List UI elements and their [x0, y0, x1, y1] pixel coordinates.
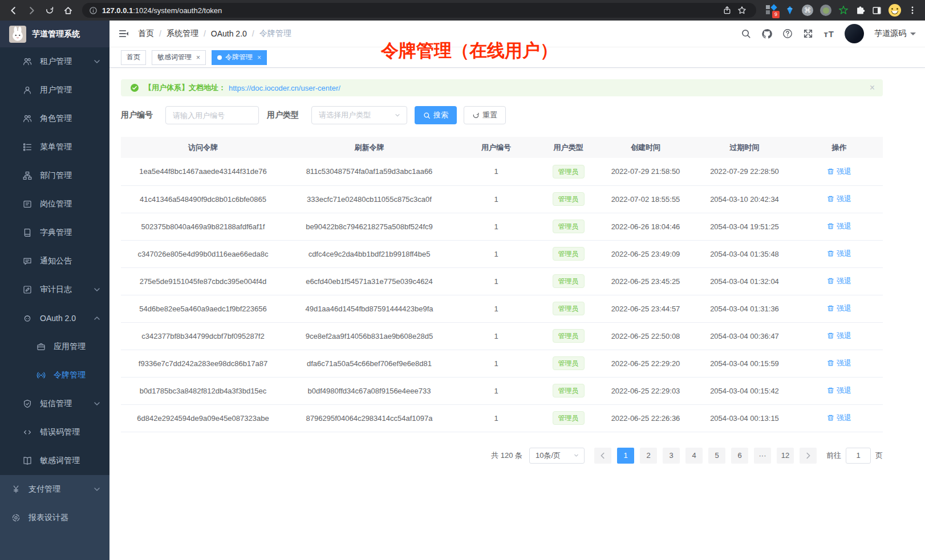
sidebar-item-oauth[interactable]: OAuth 2.0 — [0, 304, 109, 332]
sidebar-item-audit[interactable]: 审计日志 — [0, 275, 109, 304]
browser-back-icon[interactable] — [6, 3, 21, 18]
sidebar-item-menu[interactable]: 菜单管理 — [0, 133, 109, 161]
sidebar-item-sms[interactable]: 短信管理 — [0, 389, 109, 418]
extension-record-icon[interactable] — [820, 5, 831, 16]
sidebar-item-pay[interactable]: 支付管理 — [0, 475, 109, 504]
pager-page-button-12[interactable]: 12 — [777, 448, 794, 464]
fullscreen-icon[interactable] — [803, 29, 813, 39]
pager-page-button-2[interactable]: 2 — [640, 448, 657, 464]
table-row: 41c41346a548490f9dc8b01c6bfe0865333ecfc7… — [121, 185, 883, 213]
extension-badge: 9 — [772, 11, 780, 18]
sidebar-item-oauth-app[interactable]: 应用管理 — [0, 332, 109, 361]
browser-sidepanel-icon[interactable] — [872, 6, 882, 15]
sidebar-collapse-icon[interactable] — [119, 29, 129, 39]
force-logout-button[interactable]: 强退 — [827, 194, 851, 204]
pager-more-button[interactable]: ··· — [754, 448, 771, 464]
user-id-label: 用户编号 — [121, 110, 153, 120]
force-logout-button[interactable]: 强退 — [827, 167, 851, 177]
pager-page-button-5[interactable]: 5 — [708, 448, 725, 464]
page-size-select[interactable]: 10条/页 — [529, 448, 585, 464]
app-logo[interactable]: 芋道管理系统 — [0, 21, 109, 47]
user-type-cell: 管理员 — [539, 404, 598, 432]
reset-button[interactable]: 重置 — [464, 106, 506, 124]
sensitive-icon — [23, 456, 32, 465]
sidebar-item-report[interactable]: 报表设计器 — [0, 504, 109, 532]
browser-toolbar: 127.0.0.1:1024/system/oauth2/token 9 ⌘ — [0, 0, 925, 21]
pager-page-button-3[interactable]: 3 — [663, 448, 680, 464]
force-logout-label: 强退 — [837, 276, 851, 286]
sidebar-item-post[interactable]: 岗位管理 — [0, 190, 109, 218]
search-button[interactable]: 搜索 — [415, 106, 457, 124]
info-icon[interactable] — [89, 6, 98, 15]
search-icon[interactable] — [741, 29, 751, 39]
force-logout-button[interactable]: 强退 — [827, 413, 851, 423]
browser-home-icon[interactable] — [60, 3, 75, 18]
force-logout-label: 强退 — [837, 167, 851, 177]
force-logout-button[interactable]: 强退 — [827, 358, 851, 368]
created-time-cell: 2022-06-25 22:26:36 — [598, 404, 693, 432]
tab-close-icon[interactable]: × — [196, 54, 200, 62]
pager-page-button-6[interactable]: 6 — [731, 448, 748, 464]
trash-icon — [827, 387, 834, 394]
user-id-input[interactable] — [165, 106, 259, 124]
browser-menu-kebab-icon[interactable] — [908, 6, 917, 15]
tab-close-icon[interactable]: × — [257, 54, 261, 62]
force-logout-button[interactable]: 强退 — [827, 303, 851, 314]
breadcrumb-item[interactable]: 首页 — [138, 29, 154, 39]
force-logout-button[interactable]: 强退 — [827, 249, 851, 259]
table-row: f9336e7c7dd242a283ee98dc86b17a87dfa6c71a… — [121, 350, 883, 377]
tab-令牌管理[interactable]: 令牌管理× — [212, 50, 267, 65]
pager-page-button-1[interactable]: 1 — [617, 448, 634, 464]
sidebar-item-errcode[interactable]: 错误码管理 — [0, 418, 109, 447]
report-icon — [11, 513, 21, 522]
alert-close-icon[interactable]: × — [870, 83, 875, 93]
force-logout-button[interactable]: 强退 — [827, 385, 851, 396]
user-menu[interactable]: 芋道源码 — [874, 29, 916, 39]
breadcrumb-item[interactable]: 系统管理 — [167, 29, 198, 39]
pagination: 共 120 条 10条/页 123456···12 前往 页 — [121, 448, 883, 464]
sidebar-item-dict[interactable]: 字典管理 — [0, 218, 109, 247]
alert-doc-link[interactable]: https://doc.iocoder.cn/user-center/ — [229, 84, 340, 92]
extension-pixel-icon[interactable]: 9 — [765, 4, 778, 17]
pager-prev-button[interactable] — [594, 448, 611, 464]
tenant-icon — [23, 57, 32, 66]
browser-reload-icon[interactable] — [42, 3, 57, 18]
force-logout-button[interactable]: 强退 — [827, 276, 851, 286]
github-icon[interactable] — [761, 29, 772, 39]
tab-首页[interactable]: 首页 — [121, 50, 146, 65]
avatar[interactable] — [845, 24, 864, 43]
sidebar-item-notice[interactable]: 通知公告 — [0, 247, 109, 275]
sidebar-item-role[interactable]: 角色管理 — [0, 104, 109, 133]
expire-time-cell: 2054-03-04 00:13:15 — [693, 404, 796, 432]
sidebar-item-label: 岗位管理 — [40, 199, 72, 209]
page-size-value: 10条/页 — [535, 451, 561, 461]
bookmark-star-icon[interactable] — [735, 3, 749, 18]
trash-icon — [827, 332, 834, 339]
action-cell: 强退 — [796, 158, 883, 185]
pager-next-button[interactable] — [800, 448, 817, 464]
action-cell: 强退 — [796, 404, 883, 432]
tab-敏感词管理[interactable]: 敏感词管理× — [152, 50, 206, 65]
extension-command-icon[interactable]: ⌘ — [802, 5, 813, 16]
extension-diamond-icon[interactable] — [785, 5, 795, 15]
post-icon — [23, 200, 32, 209]
breadcrumb-item[interactable]: OAuth 2.0 — [211, 29, 247, 38]
profile-avatar-emoji[interactable] — [889, 4, 901, 17]
force-logout-button[interactable]: 强退 — [827, 331, 851, 341]
user-type-select[interactable]: 请选择用户类型 — [311, 106, 407, 124]
goto-page-input[interactable] — [846, 448, 871, 464]
sidebar-item-user[interactable]: 用户管理 — [0, 76, 109, 104]
pager-page-button-4[interactable]: 4 — [685, 448, 703, 464]
help-icon[interactable] — [782, 29, 793, 39]
sidebar-item-dept[interactable]: 部门管理 — [0, 161, 109, 190]
extensions-puzzle-icon[interactable] — [855, 6, 865, 15]
force-logout-button[interactable]: 强退 — [827, 221, 851, 232]
address-bar[interactable]: 127.0.0.1:1024/system/oauth2/token — [82, 3, 756, 18]
font-size-icon[interactable]: тT — [823, 29, 834, 39]
sidebar-item-tenant[interactable]: 租户管理 — [0, 47, 109, 76]
sidebar-item-sensitive[interactable]: 敏感词管理 — [0, 447, 109, 475]
browser-forward-icon[interactable] — [24, 3, 39, 18]
share-icon[interactable] — [720, 3, 735, 18]
sidebar-item-oauth-token[interactable]: 令牌管理 — [0, 361, 109, 389]
extension-star-icon[interactable] — [838, 5, 849, 15]
